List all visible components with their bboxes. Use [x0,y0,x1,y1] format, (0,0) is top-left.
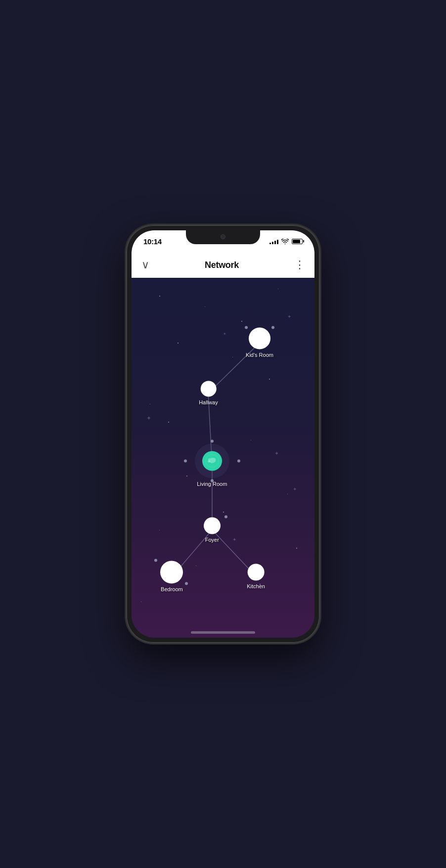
node-hallway[interactable]: Hallway [199,381,218,405]
camera [221,234,225,239]
phone-device: 10:14 [127,225,319,643]
node-foyer-label: Foyer [205,536,219,542]
node-kitchen-label: Kitchen [247,583,265,589]
signal-bars-icon [269,238,278,244]
more-menu-button[interactable]: ⋮ [294,261,305,268]
phone-screen: 10:14 [132,230,314,638]
node-foyer[interactable]: Foyer [204,517,221,542]
node-bedroom[interactable]: Bedroom [160,561,183,592]
node-living-room[interactable]: Living Room [195,443,229,486]
home-indicator [191,631,255,634]
globe-icon [202,451,222,471]
node-kitchen[interactable]: Kitchen [247,564,265,589]
battery-icon [292,239,303,244]
collapse-button[interactable]: ∨ [141,260,149,270]
node-bedroom-label: Bedroom [161,586,183,592]
node-kids-room-label: Kid's Room [246,352,273,358]
header-title: Network [205,260,239,270]
network-area: ✦ ✦ ✦ ✦ ✦ ✦ ✦ [132,278,314,638]
status-time: 10:14 [143,237,162,246]
wifi-icon [281,239,289,244]
app-header: ∨ Network ⋮ [132,252,314,278]
status-icons [269,238,303,244]
node-kids-room[interactable]: Kid's Room [246,328,273,358]
node-hallway-label: Hallway [199,399,218,405]
notch [186,230,260,244]
